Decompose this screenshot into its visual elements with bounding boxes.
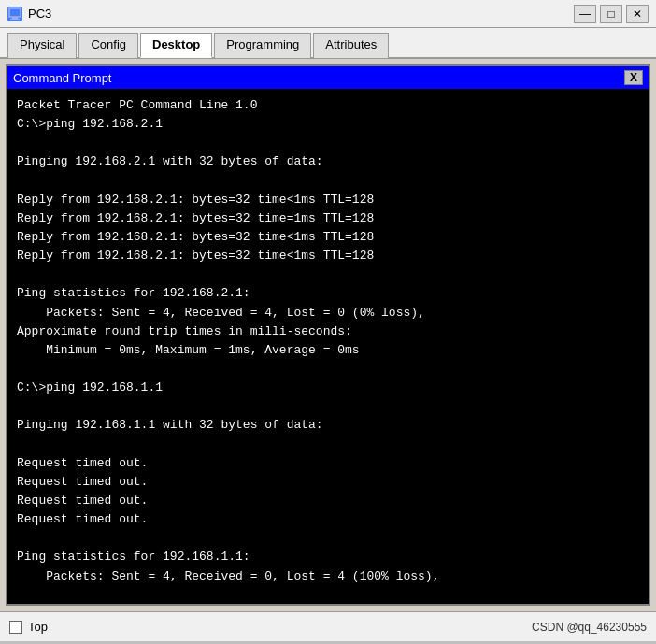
tab-desktop[interactable]: Desktop bbox=[140, 33, 212, 58]
app-icon bbox=[7, 7, 22, 21]
main-area: Command Prompt X Packet Tracer PC Comman… bbox=[0, 59, 656, 611]
tab-attributes[interactable]: Attributes bbox=[313, 33, 389, 58]
top-label: Top bbox=[28, 620, 48, 634]
top-checkbox[interactable] bbox=[9, 621, 22, 634]
cmd-title-bar: Command Prompt X bbox=[7, 66, 649, 89]
window-title: PC3 bbox=[28, 7, 568, 21]
svg-rect-0 bbox=[9, 8, 21, 17]
cmd-title: Command Prompt bbox=[13, 71, 111, 85]
minimize-button[interactable]: — bbox=[574, 5, 596, 23]
maximize-button[interactable]: □ bbox=[600, 5, 622, 23]
cmd-close-button[interactable]: X bbox=[624, 70, 643, 85]
watermark: CSDN @qq_46230555 bbox=[532, 621, 647, 634]
command-prompt-window: Command Prompt X Packet Tracer PC Comman… bbox=[6, 64, 650, 606]
svg-rect-2 bbox=[10, 19, 20, 20]
window-close-button[interactable]: ✕ bbox=[626, 5, 649, 23]
tab-physical[interactable]: Physical bbox=[7, 33, 77, 58]
title-bar: PC3 — □ ✕ bbox=[0, 0, 656, 28]
tab-bar: Physical Config Desktop Programming Attr… bbox=[0, 28, 656, 59]
status-bar: Top CSDN @qq_46230555 bbox=[0, 611, 656, 641]
cmd-content-area[interactable]: Packet Tracer PC Command Line 1.0 C:\>pi… bbox=[7, 89, 649, 604]
window-controls: — □ ✕ bbox=[574, 5, 649, 23]
cmd-output: Packet Tracer PC Command Line 1.0 C:\>pi… bbox=[17, 96, 639, 604]
tab-programming[interactable]: Programming bbox=[214, 33, 311, 58]
svg-rect-1 bbox=[12, 17, 18, 19]
status-left: Top bbox=[9, 620, 48, 634]
tab-config[interactable]: Config bbox=[78, 33, 138, 58]
